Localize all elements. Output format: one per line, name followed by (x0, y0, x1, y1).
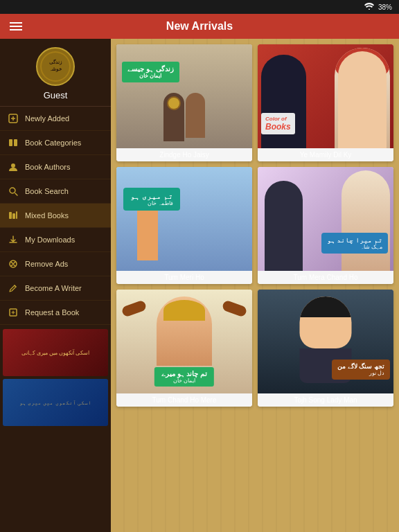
downloads-icon (7, 233, 19, 246)
request-book-icon (7, 306, 19, 319)
svg-text:زندگی: زندگی (49, 59, 62, 65)
battery-indicator: 38% (378, 3, 392, 11)
book-item-5[interactable]: تم چاند ہو میرے ایمان خان Tum Chand Ho M… (116, 290, 252, 407)
main-layout: زندگی خوشہ Guest Newly Added Book Catego… (0, 39, 399, 532)
book-search-icon (7, 185, 19, 197)
become-writer-icon (7, 282, 19, 294)
newly-added-icon (7, 112, 19, 125)
app-header: New Arrivals (0, 14, 399, 39)
sidebar-preview-book-2[interactable]: اسکی آنکھوں میں میری ہو (3, 379, 108, 426)
svg-rect-4 (9, 139, 12, 146)
svg-rect-9 (12, 213, 15, 219)
book-6-title: Tojh Song Lady Man (258, 393, 393, 407)
book-5-title: Tum Chand Ho Mere (116, 393, 252, 407)
sidebar-item-mixed-books[interactable]: Mixed Books (0, 204, 111, 228)
svg-rect-5 (14, 139, 17, 146)
book-1-urdu-title: زندگی ہو جیسے ایمان خان (122, 62, 179, 82)
sidebar-preview-book-1[interactable]: اسکی آنکھوں میں میری کہانی (3, 329, 108, 376)
books-grid: زندگی ہو جیسے ایمان خان Zindge Ho Jaisy (116, 44, 393, 407)
svg-point-6 (11, 163, 15, 168)
svg-rect-10 (16, 211, 17, 219)
sidebar-label-newly-added: Newly Added (25, 114, 69, 123)
sidebar-label-mixed-books: Mixed Books (25, 211, 69, 220)
hamburger-button[interactable] (7, 19, 25, 33)
sidebar-item-my-downloads[interactable]: My Downloads (0, 228, 111, 252)
content-area: زندگی ہو جیسے ایمان خان Zindge Ho Jaisy (111, 39, 399, 532)
sidebar-label-remove-ads: Remove Ads (25, 260, 68, 268)
sidebar-item-remove-ads[interactable]: Remove Ads (0, 252, 111, 276)
header-title: New Arrivals (166, 20, 233, 33)
sidebar-label-book-categories: Book Categories (25, 139, 81, 147)
sidebar-label-my-downloads: My Downloads (25, 236, 75, 244)
svg-rect-8 (9, 212, 12, 219)
book-1-title: Zindge Ho Jaisy (116, 148, 252, 161)
book-4-title: Tum Mera Chand Ho (258, 271, 393, 284)
sidebar-item-become-writer[interactable]: Become A Writer (0, 276, 111, 301)
sidebar-profile: زندگی خوشہ Guest (0, 39, 111, 107)
sidebar-item-book-categories[interactable]: Book Categories (0, 131, 111, 155)
mixed-books-icon (7, 209, 19, 222)
sidebar-item-newly-added[interactable]: Newly Added (0, 107, 111, 131)
sidebar-item-book-search[interactable]: Book Search (0, 179, 111, 204)
book-item-1[interactable]: زندگی ہو جیسے ایمان خان Zindge Ho Jaisy (116, 44, 252, 161)
wifi-indicator (364, 3, 374, 11)
book-item-2[interactable]: Color ofBooks Ye Mamily Dil Ky (258, 44, 393, 161)
book-4-urdu-title: تم میرا چاند ہو مہک شاہ (321, 233, 388, 254)
svg-text:خوشہ: خوشہ (49, 66, 62, 72)
book-6-urdu-title: تجھ سنگ لاگے من دل نور (332, 360, 390, 380)
sidebar-label-become-writer: Become A Writer (25, 284, 82, 292)
sidebar-item-book-authors[interactable]: Book Authors (0, 155, 111, 179)
book-2-title: Ye Mamily Dil Ky (258, 148, 393, 161)
sidebar-username: Guest (44, 90, 68, 100)
status-bar: 38% (0, 0, 399, 14)
svg-point-7 (10, 188, 15, 193)
sidebar-book-previews: اسکی آنکھوں میں میری کہانی اسکی آنکھوں م… (0, 325, 111, 430)
book-3-urdu-title: تم میری ہو فاطمہ خان (123, 188, 180, 211)
book-authors-icon (7, 161, 19, 173)
sidebar-label-book-search: Book Search (25, 187, 69, 195)
remove-ads-icon (7, 258, 19, 270)
sidebar-label-request-book: Request a Book (25, 308, 79, 317)
book-3-title: Tum Meri Ho (116, 271, 252, 284)
book-2-logo: Color ofBooks (261, 113, 295, 134)
book-item-6[interactable]: تجھ سنگ لاگے من دل نور Tojh Song Lady Ma… (258, 290, 393, 407)
book-item-3[interactable]: تم میری ہو فاطمہ خان Tum Meri Ho (116, 167, 252, 284)
sidebar-label-book-authors: Book Authors (25, 163, 70, 171)
sidebar: زندگی خوشہ Guest Newly Added Book Catego… (0, 39, 111, 532)
book-item-4[interactable]: تم میرا چاند ہو مہک شاہ Tum Mera Chand H… (258, 167, 393, 284)
avatar: زندگی خوشہ (36, 47, 75, 86)
book-categories-icon (7, 136, 19, 149)
book-5-urdu-title: تم چاند ہو میرے ایمان خان (154, 367, 214, 387)
sidebar-item-request-book[interactable]: Request a Book (0, 301, 111, 325)
